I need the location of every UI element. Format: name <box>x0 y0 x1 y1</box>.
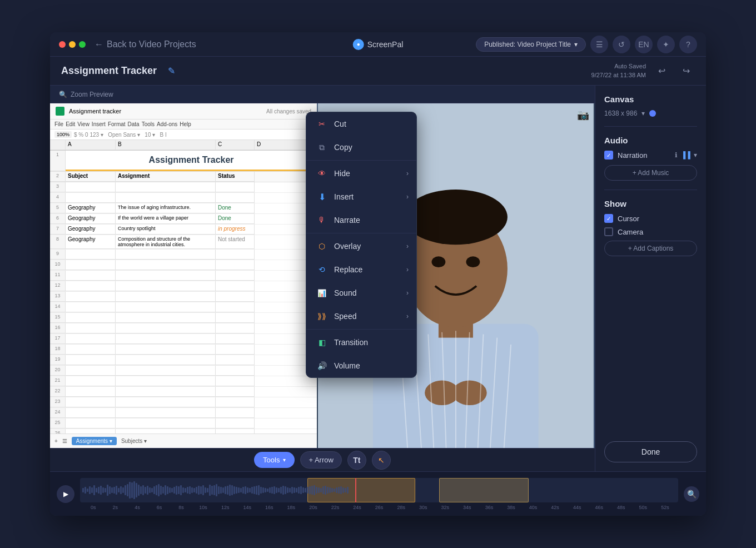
ss-tools[interactable]: Tools <box>142 121 155 127</box>
ss-header-row: 2 Subject Assignment Status <box>50 172 317 182</box>
cursor-label: Cursor <box>618 215 639 223</box>
publish-button[interactable]: Published: Video Project Title ▾ <box>476 37 586 52</box>
add-arrow-button[interactable]: + Arrow <box>300 451 341 469</box>
tools-caret-icon: ▾ <box>283 457 286 463</box>
ss-help[interactable]: Help <box>180 121 191 127</box>
ss-title-row: 1 Assignment Tracker <box>50 151 317 172</box>
ss-empty-row-11: 11 <box>50 271 317 281</box>
ss-empty-row-20: 20 <box>50 366 317 376</box>
ctx-divider-2 <box>306 233 416 233</box>
col-header-c: C <box>216 140 255 150</box>
add-music-button[interactable]: + Add Music <box>604 165 697 181</box>
zoom-preview-label: Zoom Preview <box>71 91 113 98</box>
subjects-tab[interactable]: Subjects ▾ <box>121 438 147 444</box>
add-sheet-icon[interactable]: + <box>54 438 58 444</box>
ctx-divider-3 <box>306 329 416 330</box>
mic-icon: 🎙 <box>316 215 327 226</box>
close-button[interactable] <box>59 41 66 48</box>
show-section: Show ✓ Cursor Camera + Add Captions <box>604 199 697 256</box>
ss-addons[interactable]: Add-ons <box>157 121 177 127</box>
narration-icons: ℹ ▐▐ ▾ <box>675 151 697 159</box>
hide-arrow-icon: › <box>406 170 409 177</box>
info-icon[interactable]: ℹ <box>675 151 678 159</box>
ss-empty-row-10: 10 <box>50 260 317 271</box>
ss-data-row-3: 7 Geography Country spotlight in progres… <box>50 225 317 235</box>
col-header-num <box>50 140 66 150</box>
canvas-color-dot[interactable] <box>649 110 656 117</box>
publish-label: Published: Video Project Title <box>484 41 571 48</box>
ss-view[interactable]: View <box>77 121 89 127</box>
audio-section: Audio ✓ Narration ℹ ▐▐ ▾ + Add Music <box>604 136 697 181</box>
camera-checkbox[interactable] <box>604 227 613 236</box>
ts-10s: 10s <box>192 505 215 510</box>
done-label: Done <box>641 447 660 456</box>
star-icon-button[interactable]: ✦ <box>657 36 675 53</box>
bars-icon[interactable]: ▐▐ <box>681 151 690 159</box>
ts-14s: 14s <box>236 505 258 510</box>
help-icon-button[interactable]: ? <box>679 36 697 53</box>
ts-26s: 26s <box>368 505 390 510</box>
ss-format[interactable]: Format <box>108 121 126 127</box>
cursor-tool-button[interactable]: ↖ <box>372 451 391 470</box>
add-captions-button[interactable]: + Add Captions <box>604 241 697 256</box>
ctx-replace-item[interactable]: ⟲ Replace › <box>306 258 416 281</box>
cursor-checkbox[interactable]: ✓ <box>604 214 613 223</box>
back-to-projects-button[interactable]: ← Back to Video Projects <box>94 39 196 49</box>
ts-36s: 36s <box>478 505 500 510</box>
timeline-track[interactable]: // Generate waveform bars inline const h… <box>80 478 678 502</box>
app-title-area: ● ScreenPal <box>353 39 404 50</box>
ss-file[interactable]: File <box>54 121 63 127</box>
ss-col-subject: Subject <box>66 172 116 182</box>
ctx-overlay-item[interactable]: ⬡ Overlay › <box>306 235 416 258</box>
ctx-volume-item[interactable]: 🔊 Volume <box>306 354 416 377</box>
assignments-tab[interactable]: Assignments ▾ <box>72 437 117 445</box>
ts-46s: 46s <box>588 505 610 510</box>
text-tool-button[interactable]: Tt <box>347 451 366 470</box>
ts-0s: 0s <box>82 505 105 510</box>
minimize-button[interactable] <box>69 41 76 48</box>
panel-spacer <box>604 265 697 432</box>
spreadsheet-menu: File Edit View Insert Format Data Tools … <box>50 119 317 129</box>
language-icon-button[interactable]: EN <box>635 36 653 53</box>
ctx-narrate-item[interactable]: 🎙 Narrate <box>306 208 416 232</box>
ctx-insert-item[interactable]: ⬇ Insert › <box>306 185 416 208</box>
maximize-button[interactable] <box>79 41 86 48</box>
ss-data-row-1: 5 Geography The issue of aging infrastru… <box>50 203 317 214</box>
ctx-cut-item[interactable]: ✂ Cut <box>306 112 416 136</box>
ss-edit[interactable]: Edit <box>66 121 75 127</box>
eye-icon: 👁 <box>316 168 327 179</box>
history-icon-button[interactable]: ↺ <box>613 36 630 53</box>
hamburger-icon[interactable]: ☰ <box>62 438 67 444</box>
narration-chevron-icon[interactable]: ▾ <box>694 151 697 159</box>
tools-button[interactable]: Tools ▾ <box>254 452 295 468</box>
narration-checkbox[interactable]: ✓ <box>604 151 613 160</box>
timeline-area: ▶ // Generate waveform bars inline const… <box>50 471 706 516</box>
ss-data[interactable]: Data <box>128 121 140 127</box>
waveform: // Generate waveform bars inline const h… <box>80 478 678 502</box>
ctx-copy-item[interactable]: ⧉ Copy <box>306 136 416 159</box>
col-header-a: A <box>66 140 116 150</box>
play-button[interactable]: ▶ <box>57 485 74 503</box>
camera-icon[interactable]: 📷 <box>577 109 589 121</box>
camera-show-row: Camera <box>604 227 697 236</box>
undo-button[interactable]: ↩ <box>653 62 670 80</box>
speed-arrow-icon: › <box>406 312 409 320</box>
ss-insert[interactable]: Insert <box>92 121 106 127</box>
ctx-transition-item[interactable]: ◧ Transition <box>306 331 416 354</box>
done-button[interactable]: Done <box>604 441 697 462</box>
layers-icon: ⬡ <box>316 241 327 252</box>
redo-button[interactable]: ↪ <box>677 62 695 80</box>
show-title: Show <box>604 199 697 208</box>
edit-title-icon[interactable]: ✎ <box>168 66 175 76</box>
ctx-speed-item[interactable]: ⟫⟫ Speed › <box>306 305 416 328</box>
ctx-hide-item[interactable]: 👁 Hide › <box>306 162 416 185</box>
ctx-sound-item[interactable]: 📊 Sound › <box>306 281 416 305</box>
timeline-zoom-button[interactable]: 🔍 <box>684 486 699 502</box>
add-music-label: + Add Music <box>633 169 669 177</box>
ss-empty-row-15: 15 <box>50 313 317 323</box>
camera-label: Camera <box>618 228 643 236</box>
menu-icon-button[interactable]: ☰ <box>590 36 608 53</box>
sound-icon: 📊 <box>316 287 327 298</box>
volume-icon: 🔊 <box>316 360 327 371</box>
spreadsheet-content: A B C D 1 Assignment Tracker 2 <box>50 140 317 448</box>
